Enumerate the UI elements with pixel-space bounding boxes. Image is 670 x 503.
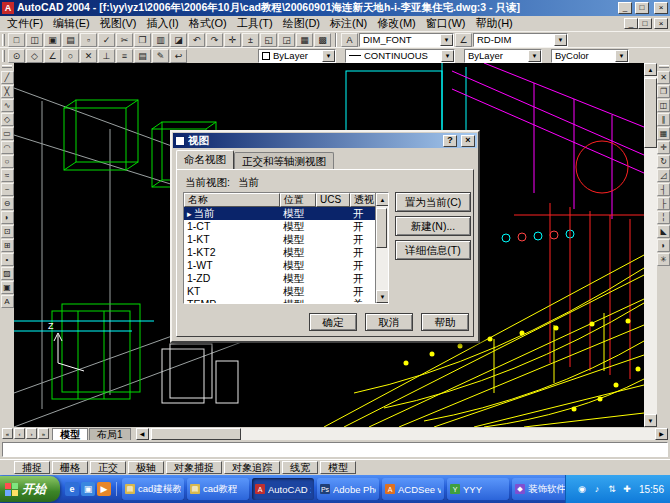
command-line-window[interactable] — [0, 440, 670, 459]
menu-view[interactable]: 视图(V) — [95, 16, 142, 31]
trim-icon[interactable]: ┤ — [657, 183, 670, 196]
mirror-icon[interactable]: ◫ — [657, 99, 670, 112]
plotstyle-combo[interactable]: ByColor ▼ — [551, 49, 629, 63]
dialog-button-new-view[interactable]: 新建(N)... — [395, 216, 471, 236]
array-icon[interactable]: ▦ — [657, 127, 670, 140]
menu-tools[interactable]: 工具(T) — [232, 16, 278, 31]
mtext-icon[interactable]: A — [1, 295, 14, 308]
plot-icon[interactable]: ▤ — [62, 33, 79, 47]
zoom-realtime-icon[interactable]: ± — [242, 33, 259, 47]
mdi-minimize-button[interactable]: _ — [624, 18, 638, 29]
menu-format[interactable]: 格式(O) — [184, 16, 232, 31]
tab-nav-icon-2[interactable]: › — [26, 428, 37, 439]
view-list-row[interactable]: 1-WT模型开 — [184, 259, 377, 272]
scrollbar-thumb[interactable] — [376, 208, 387, 248]
dropdown-icon[interactable]: ▼ — [440, 34, 453, 46]
copy-icon[interactable]: ❐ — [134, 33, 151, 47]
scroll-left-icon[interactable]: ◀ — [136, 428, 149, 440]
status-toggle-osnap[interactable]: 对象捕捉 — [166, 461, 222, 474]
arc-icon[interactable]: ◠ — [1, 141, 14, 154]
status-toggle-snap[interactable]: 捕捉 — [14, 461, 50, 474]
scrollbar-thumb[interactable] — [151, 428, 241, 440]
color-combo[interactable]: ByLayer ▼ — [258, 49, 336, 63]
cut-icon[interactable]: ✂ — [116, 33, 133, 47]
command-input[interactable] — [2, 442, 668, 457]
menu-dimension[interactable]: 标注(N) — [325, 16, 372, 31]
layer-states-icon[interactable]: ▤ — [134, 49, 151, 63]
dialog-button-help[interactable]: 帮助 — [421, 313, 469, 331]
make-block-icon[interactable]: ⊞ — [1, 239, 14, 252]
tab-nav-icon-3[interactable]: » — [38, 428, 49, 439]
view-list-row[interactable]: 1-KT模型开 — [184, 233, 377, 246]
view-list-row[interactable]: 1-ZD模型开 — [184, 272, 377, 285]
menu-file[interactable]: 文件(F) — [2, 16, 48, 31]
dropdown-icon[interactable]: ▼ — [441, 50, 454, 62]
mdi-restore-button[interactable]: □ — [638, 18, 652, 29]
view-list-row[interactable]: TEMP模型关 — [184, 298, 377, 304]
ellipse-arc-icon[interactable]: ◗ — [1, 211, 14, 224]
taskbar-item[interactable]: ▤cad建模教程 — [122, 478, 184, 500]
dropdown-icon[interactable]: ▼ — [322, 50, 335, 62]
views-list[interactable]: 名称位置UCS透视 ▸当前模型开1-CT模型开1-KT模型开1-KT2模型开1-… — [183, 192, 389, 304]
scrollbar-track[interactable] — [376, 206, 388, 290]
erase-icon[interactable]: ✕ — [657, 71, 670, 84]
tab-nav-icon-1[interactable]: ‹ — [14, 428, 25, 439]
snap-endpoint-icon[interactable]: ◇ — [26, 49, 43, 63]
chamfer-icon[interactable]: ◣ — [657, 225, 670, 238]
dropdown-icon[interactable]: ▼ — [554, 34, 567, 46]
list-column-header[interactable]: UCS — [316, 193, 350, 207]
layer-previous-icon[interactable]: ↩ — [170, 49, 187, 63]
linetype-combo[interactable]: CONTINUOUS ▼ — [345, 49, 455, 63]
layers-icon[interactable]: ≡ — [116, 49, 133, 63]
minimize-button[interactable]: _ — [618, 2, 632, 14]
dialog-button-details[interactable]: 详细信息(T) — [395, 240, 471, 260]
scrollbar-thumb[interactable] — [644, 78, 657, 148]
explode-icon[interactable]: ✳ — [657, 253, 670, 266]
make-object-layer-icon[interactable]: ✎ — [152, 49, 169, 63]
zoom-previous-icon[interactable]: ◲ — [278, 33, 295, 47]
offset-icon[interactable]: ∥ — [657, 113, 670, 126]
mdi-close-button[interactable]: × — [654, 18, 668, 29]
extend-icon[interactable]: ├ — [657, 197, 670, 210]
layout-tab-model[interactable]: 模型 — [52, 428, 88, 440]
construction-line-icon[interactable]: ╳ — [1, 85, 14, 98]
view-list-row[interactable]: 1-CT模型开 — [184, 220, 377, 233]
dialog-tab-ortho-views[interactable]: 正交和等轴测视图 — [234, 152, 334, 169]
spline-icon[interactable]: ~ — [1, 183, 14, 196]
menu-window[interactable]: 窗口(W) — [421, 16, 471, 31]
taskbar-item[interactable]: ◆装饰软件 — [512, 478, 565, 500]
snap-center-icon[interactable]: ○ — [62, 49, 79, 63]
status-toggle-polar[interactable]: 极轴 — [128, 461, 164, 474]
properties-icon[interactable]: ▦ — [296, 33, 313, 47]
dialog-tab-named-views[interactable]: 命名视图 — [176, 150, 234, 169]
insert-block-icon[interactable]: ⊡ — [1, 225, 14, 238]
toolbar-grip[interactable] — [2, 34, 5, 46]
toolbar-grip[interactable] — [2, 50, 5, 62]
point-icon[interactable]: • — [1, 253, 14, 266]
fillet-icon[interactable]: ◗ — [657, 239, 670, 252]
undo-icon[interactable]: ↶ — [188, 33, 205, 47]
revcloud-icon[interactable]: ≈ — [1, 169, 14, 182]
plot-preview-icon[interactable]: ▫ — [80, 33, 97, 47]
scroll-up-icon[interactable]: ▲ — [644, 63, 657, 76]
menu-help[interactable]: 帮助(H) — [471, 16, 518, 31]
status-toggle-ortho[interactable]: 正交 — [90, 461, 126, 474]
scroll-down-icon[interactable]: ▼ — [376, 290, 389, 303]
show-desktop-icon[interactable]: ▣ — [81, 482, 95, 496]
designcenter-icon[interactable]: ▩ — [314, 33, 331, 47]
scale-icon[interactable]: ◿ — [657, 169, 670, 182]
list-column-header[interactable]: 名称 — [184, 193, 280, 207]
scrollbar-track[interactable] — [644, 76, 657, 414]
dialog-help-button[interactable]: ? — [443, 135, 457, 147]
copy-object-icon[interactable]: ❐ — [657, 85, 670, 98]
status-toggle-model[interactable]: 模型 — [320, 461, 356, 474]
menu-draw[interactable]: 绘图(D) — [278, 16, 325, 31]
close-button[interactable]: × — [654, 2, 668, 14]
pan-icon[interactable]: ✛ — [224, 33, 241, 47]
dialog-title-bar[interactable]: 视图 ? × — [173, 133, 477, 148]
open-file-icon[interactable]: ◫ — [26, 33, 43, 47]
dim-style-icon[interactable]: ∠ — [455, 33, 472, 47]
menu-edit[interactable]: 编辑(E) — [48, 16, 95, 31]
horizontal-scrollbar[interactable]: ◀ ▶ — [136, 428, 668, 440]
start-button[interactable]: 开始 — [0, 476, 60, 502]
